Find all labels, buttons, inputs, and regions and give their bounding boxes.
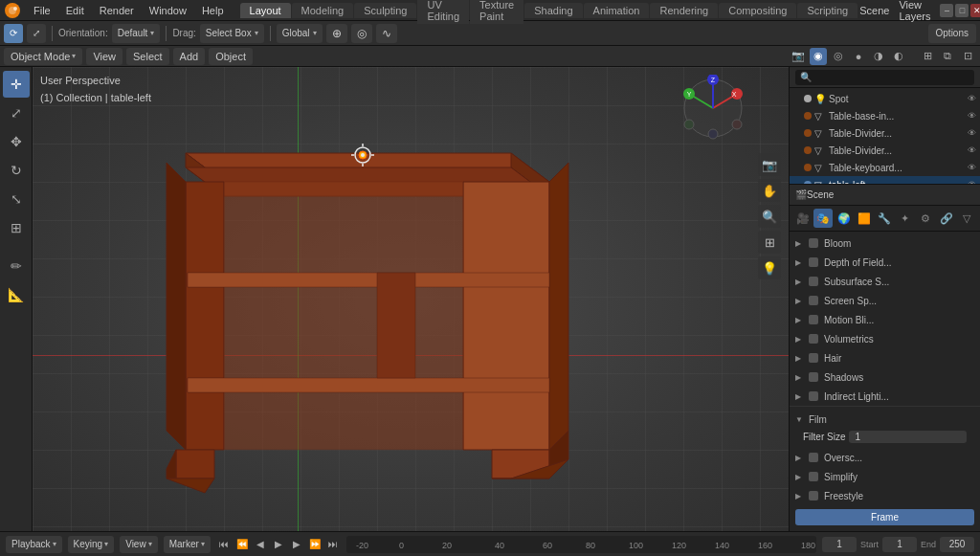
snap-btn[interactable]: ⊕ [326, 24, 347, 43]
select-menu-button[interactable]: Select [126, 48, 169, 65]
prop-extra-row-0[interactable]: ▶ Oversc... [790, 448, 980, 467]
xray-icon[interactable]: ⊡ [959, 48, 976, 65]
options-button[interactable]: Options [928, 24, 976, 43]
extra-btn1[interactable]: ∿ [376, 24, 397, 43]
data-prop-icon[interactable]: ▽ [958, 209, 976, 228]
prop-check-box[interactable] [809, 372, 818, 382]
tab-uv-editing[interactable]: UV Editing [417, 0, 469, 24]
close-button[interactable]: ✕ [970, 4, 980, 17]
menu-file[interactable]: File [27, 3, 57, 18]
render-prop-icon[interactable]: 🎥 [793, 209, 812, 228]
material-icon[interactable]: ◑ [870, 48, 887, 65]
menu-window[interactable]: Window [143, 3, 193, 18]
tab-compositing[interactable]: Compositing [719, 3, 796, 18]
measure-tool[interactable]: 📐 [3, 281, 30, 308]
prop-check-box[interactable] [809, 277, 818, 286]
outliner-item-0[interactable]: 💡 Spot 👁 [790, 90, 980, 107]
prop-extra-row-1[interactable]: ▶ Simplify [790, 467, 980, 486]
tab-shading[interactable]: Shading [524, 3, 582, 18]
visibility-icon[interactable]: 👁 [968, 111, 976, 121]
prop-section-row-7[interactable]: ▶ Shadows [790, 367, 980, 387]
menu-edit[interactable]: Edit [59, 3, 91, 18]
jump-start-button[interactable]: ⏮ [216, 537, 232, 552]
transform-btn[interactable]: ⟳ [4, 24, 23, 43]
visibility-icon[interactable]: 👁 [968, 128, 976, 138]
play-button[interactable]: ▶ [271, 537, 286, 552]
nav-gizmo[interactable]: X Y Z [679, 75, 746, 142]
proportional-btn[interactable]: ◎ [351, 24, 372, 43]
wireframe-icon[interactable]: ◎ [830, 48, 847, 65]
marker-button[interactable]: Marker ▾ [164, 536, 211, 553]
orientation-dropdown[interactable]: Default ▾ [112, 24, 161, 43]
jump-end-button[interactable]: ⏭ [325, 537, 341, 552]
tab-layout[interactable]: Layout [240, 3, 291, 18]
prop-check-box[interactable] [809, 353, 818, 363]
outliner-item-1[interactable]: ▽ Table-base-in... 👁 [790, 107, 980, 124]
global-dropdown[interactable]: Global ▾ [277, 24, 323, 43]
minimize-button[interactable]: – [940, 4, 953, 17]
step-back-button[interactable]: ◀ [253, 537, 268, 552]
visibility-icon[interactable]: 👁 [968, 163, 976, 172]
camera-icon[interactable]: 📷 [758, 153, 781, 176]
prop-check-box[interactable] [809, 315, 818, 324]
outliner-item-2[interactable]: ▽ Table-Divider... 👁 [790, 124, 980, 142]
menu-help[interactable]: Help [195, 3, 231, 18]
prop-check-box[interactable] [809, 491, 818, 500]
gizmo-icon[interactable]: ⊞ [919, 48, 936, 65]
prop-section-row-2[interactable]: ▶ Subsurface S... [790, 272, 980, 291]
world-prop-icon[interactable]: 🌍 [835, 209, 853, 228]
annotate-tool[interactable]: ✏ [3, 253, 30, 279]
overlay-icon[interactable]: ⧉ [939, 48, 956, 65]
tab-animation[interactable]: Animation [584, 3, 650, 18]
prop-section-row-5[interactable]: ▶ Volumetrics [790, 329, 980, 348]
prop-check-box[interactable] [809, 257, 818, 267]
tab-texture-paint[interactable]: Texture Paint [470, 0, 523, 24]
cursor-tool[interactable]: ✛ [3, 71, 30, 98]
prop-section-row-8[interactable]: ▶ Indirect Lighti... [790, 387, 980, 406]
view-timeline-button[interactable]: View ▾ [120, 536, 158, 553]
tab-scripting[interactable]: Scripting [797, 3, 858, 18]
viewport[interactable]: User Perspective (1) Collection | table-… [33, 67, 789, 531]
prop-check-box[interactable] [809, 453, 818, 462]
timeline-area[interactable]: -20 0 20 40 60 80 100 120 140 160 180 20… [346, 536, 816, 553]
frame-button[interactable]: Frame [795, 509, 974, 525]
object-menu-button[interactable]: Object [209, 48, 253, 65]
outliner-item-5[interactable]: ▽ table-left 👁 [790, 176, 980, 184]
object-prop-icon[interactable]: 🟧 [855, 209, 873, 228]
prop-check-box[interactable] [809, 238, 818, 248]
tab-sculpting[interactable]: Sculpting [354, 3, 416, 18]
playback-button[interactable]: Playback ▾ [6, 536, 62, 553]
solid-icon[interactable]: ● [850, 48, 867, 65]
film-row[interactable]: ▼ Film [795, 410, 974, 429]
select-box-dropdown[interactable]: Select Box ▾ [200, 24, 264, 43]
tab-modeling[interactable]: Modeling [292, 3, 354, 18]
end-frame-input[interactable] [940, 537, 974, 552]
outliner-item-3[interactable]: ▽ Table-Divider... 👁 [790, 142, 980, 159]
outliner-item-4[interactable]: ▽ Table-keyboard... 👁 [790, 159, 980, 176]
visibility-icon[interactable]: 👁 [968, 94, 976, 103]
outliner-search-input[interactable] [795, 70, 974, 85]
view-menu-button[interactable]: View [86, 48, 122, 65]
next-keyframe-button[interactable]: ⏩ [307, 537, 323, 552]
prev-keyframe-button[interactable]: ⏪ [234, 537, 250, 552]
scale-tool[interactable]: ⤡ [3, 186, 30, 212]
prop-section-row-3[interactable]: ▶ Screen Sp... [790, 291, 980, 310]
blender-logo[interactable] [4, 2, 21, 19]
rotate-tool[interactable]: ↻ [3, 157, 30, 184]
prop-extra-row-2[interactable]: ▶ Freestyle [790, 486, 980, 505]
prop-section-row-4[interactable]: ▶ Motion Bli... [790, 310, 980, 329]
tab-rendering[interactable]: Rendering [650, 3, 718, 18]
camera-view-icon[interactable]: 📷 [790, 48, 807, 65]
prop-check-box[interactable] [809, 334, 818, 344]
keying-button[interactable]: Keying ▾ [68, 536, 115, 553]
current-frame-input[interactable] [822, 537, 857, 552]
prop-check-box[interactable] [809, 472, 818, 481]
select-tool[interactable]: ⤢ [3, 100, 30, 126]
particle-prop-icon[interactable]: ✦ [896, 209, 914, 228]
grid-icon[interactable]: ⊞ [758, 231, 781, 254]
prop-check-box[interactable] [809, 391, 818, 401]
constraint-prop-icon[interactable]: 🔗 [937, 209, 955, 228]
move-tool[interactable]: ✥ [3, 128, 30, 155]
transform-tool[interactable]: ⊞ [3, 214, 30, 241]
prop-section-row-6[interactable]: ▶ Hair [790, 348, 980, 367]
